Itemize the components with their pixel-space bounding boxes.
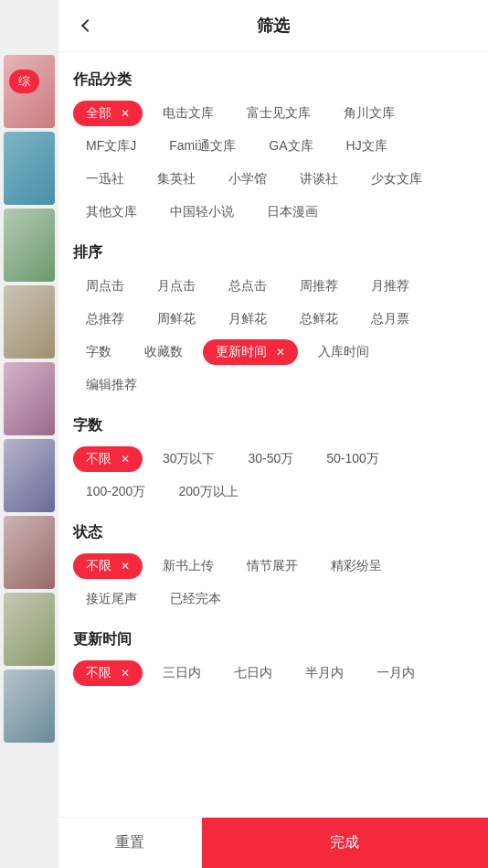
tag-zongyuepiao[interactable]: 总月票 (358, 306, 422, 332)
category-title: 作品分类 (73, 70, 473, 90)
tag-updatetime-buxian[interactable]: 不限 ✕ (73, 660, 143, 686)
sort-tags-row-4: 编辑推荐 (73, 372, 473, 398)
tag-xinshushangchuan[interactable]: 新书上传 (150, 553, 227, 579)
tag-bianjituijian[interactable]: 编辑推荐 (73, 372, 150, 398)
tag-fujimiwenku[interactable]: 富士见文库 (234, 101, 324, 126)
wordcount-section: 字数 不限 ✕ 30万以下 30-50万 50-100万 100-200万 20… (73, 416, 473, 505)
left-tab-indicator[interactable]: 综 (9, 70, 39, 93)
tag-shaonuwenku[interactable]: 少女文库 (358, 166, 435, 192)
filter-title: 筛选 (257, 15, 290, 37)
book-cover-7 (4, 516, 55, 589)
tag-all[interactable]: 全部 ✕ (73, 101, 143, 126)
update-time-title: 更新时间 (73, 630, 473, 649)
tag-sanrinei[interactable]: 三日内 (150, 660, 214, 686)
tag-mfwenkuj[interactable]: MF文库J (73, 134, 149, 159)
tag-zongtijian[interactable]: 总推荐 (73, 306, 137, 332)
tag-banyuenei[interactable]: 半月内 (292, 660, 356, 686)
tag-jiaochwenku[interactable]: 角川文库 (331, 101, 408, 126)
tag-ribenmanhua[interactable]: 日本漫画 (254, 199, 331, 225)
tag-hjwenku[interactable]: HJ文库 (334, 134, 400, 159)
tag-yuexianhua[interactable]: 月鲜花 (216, 306, 280, 332)
book-cover-4 (4, 285, 55, 359)
tag-wordcount-buxian[interactable]: 不限 ✕ (73, 446, 143, 472)
wordcount-title: 字数 (73, 416, 473, 435)
tag-jingcaifenchen[interactable]: 精彩纷呈 (318, 553, 395, 579)
category-tags-row-2: MF文库J Fami通文库 GA文库 HJ文库 (73, 134, 473, 159)
tag-zhouxianhua[interactable]: 周鲜花 (144, 306, 208, 332)
tag-200wan[interactable]: 200万以上 (165, 479, 250, 505)
tag-qirinei[interactable]: 七日内 (221, 660, 285, 686)
tag-zhoudianjie[interactable]: 周点击 (73, 273, 137, 299)
tag-zongdianjie[interactable]: 总点击 (216, 273, 280, 299)
tag-yuetijian[interactable]: 月推荐 (358, 273, 422, 299)
tag-yuedianjie[interactable]: 月点击 (144, 273, 208, 299)
tag-famiwenku[interactable]: Fami通文库 (156, 134, 249, 159)
book-cover-9 (4, 670, 55, 743)
tag-yijingwanben[interactable]: 已经完本 (157, 586, 234, 612)
tag-shoucangshuo[interactable]: 收藏数 (132, 339, 196, 365)
tag-jiangtianshe[interactable]: 讲谈社 (287, 166, 351, 192)
sort-tags-row-1: 周点击 月点击 总点击 周推荐 月推荐 (73, 273, 473, 299)
wordcount-tags-row-1: 不限 ✕ 30万以下 30-50万 50-100万 (73, 446, 473, 472)
tag-jiejinyisheng[interactable]: 接近尾声 (73, 586, 150, 612)
update-time-section: 更新时间 不限 ✕ 三日内 七日内 半月内 一月内 (73, 630, 473, 686)
filter-content: 作品分类 全部 ✕ 电击文库 富士见文库 角川文库 MF文库J Fami通文库 … (58, 52, 488, 817)
tag-yiyuenei[interactable]: 一月内 (364, 660, 428, 686)
book-cover-3 (4, 209, 55, 282)
status-tags-row-2: 接近尾声 已经完本 (73, 586, 473, 612)
tag-30wan[interactable]: 30万以下 (150, 446, 228, 472)
back-arrow-icon (81, 19, 94, 32)
tag-zongxianhua[interactable]: 总鲜花 (287, 306, 351, 332)
tag-50-100wan[interactable]: 50-100万 (313, 446, 392, 472)
filter-header: 筛选 (58, 0, 488, 52)
tag-dianjiwenku[interactable]: 电击文库 (150, 101, 227, 126)
status-tags-row-1: 不限 ✕ 新书上传 情节展开 精彩纷呈 (73, 553, 473, 579)
background-panel (0, 0, 58, 868)
tag-status-buxian[interactable]: 不限 ✕ (73, 553, 143, 579)
sort-title: 排序 (73, 243, 473, 263)
sort-tags-row-2: 总推荐 周鲜花 月鲜花 总鲜花 总月票 (73, 306, 473, 332)
book-cover-5 (4, 362, 55, 435)
category-section: 作品分类 全部 ✕ 电击文库 富士见文库 角川文库 MF文库J Fami通文库 … (73, 70, 473, 225)
book-cover-8 (4, 593, 55, 666)
book-cover-6 (4, 439, 55, 512)
tag-zhoutijian[interactable]: 周推荐 (287, 273, 351, 299)
filter-footer: 重置 完成 (58, 817, 488, 868)
tag-zhongguoqingxiaoshuo[interactable]: 中国轻小说 (157, 199, 247, 225)
tag-yizhenshe[interactable]: 一迅社 (73, 166, 137, 192)
filter-panel: 筛选 作品分类 全部 ✕ 电击文库 富士见文库 角川文库 MF文库J Fami通… (58, 0, 488, 868)
status-title: 状态 (73, 523, 473, 542)
tag-gawenku[interactable]: GA文库 (256, 134, 325, 159)
category-tags-row-3: 一迅社 集英社 小学馆 讲谈社 少女文库 (73, 166, 473, 192)
reset-button[interactable]: 重置 (58, 818, 202, 868)
tag-qingjianzhankai[interactable]: 情节展开 (234, 553, 311, 579)
sort-section: 排序 周点击 月点击 总点击 周推荐 月推荐 总推荐 周鲜花 月鲜花 总鲜花 总… (73, 243, 473, 398)
tag-100-200wan[interactable]: 100-200万 (73, 479, 158, 505)
sort-tags-row-3: 字数 收藏数 更新时间 ✕ 入库时间 (73, 339, 473, 365)
category-tags-row-1: 全部 ✕ 电击文库 富士见文库 角川文库 (73, 101, 473, 126)
wordcount-tags-row-2: 100-200万 200万以上 (73, 479, 473, 505)
tag-jiyingshe[interactable]: 集英社 (144, 166, 208, 192)
tag-qitawenku[interactable]: 其他文库 (73, 199, 150, 225)
back-button[interactable] (73, 11, 102, 40)
status-section: 状态 不限 ✕ 新书上传 情节展开 精彩纷呈 接近尾声 已经完本 (73, 523, 473, 612)
tag-rukushijian[interactable]: 入库时间 (305, 339, 382, 365)
tag-30-50wan[interactable]: 30-50万 (235, 446, 306, 472)
category-tags-row-4: 其他文库 中国轻小说 日本漫画 (73, 199, 473, 225)
confirm-button[interactable]: 完成 (202, 818, 488, 868)
tag-xiaoxueguan[interactable]: 小学馆 (216, 166, 280, 192)
tag-genxinshijian[interactable]: 更新时间 ✕ (203, 339, 298, 365)
tag-zishu[interactable]: 字数 (73, 339, 124, 365)
book-cover-2 (4, 132, 55, 205)
update-time-tags-row-1: 不限 ✕ 三日内 七日内 半月内 一月内 (73, 660, 473, 686)
